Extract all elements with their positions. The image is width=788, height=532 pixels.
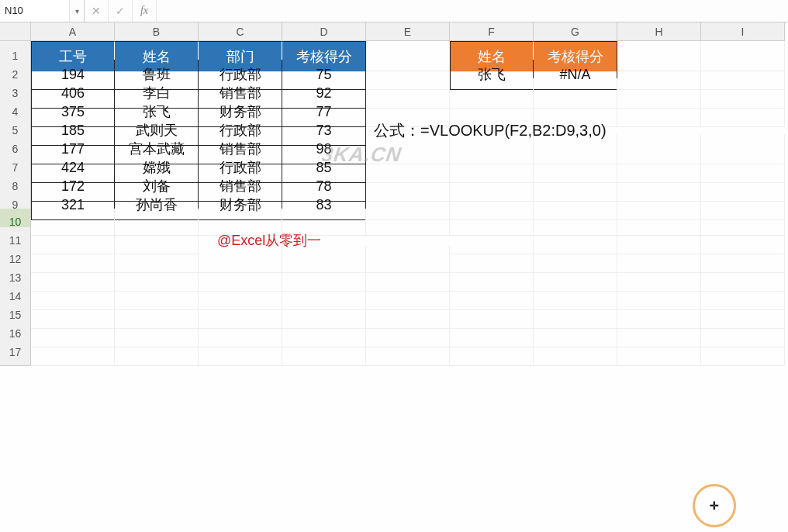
name-box[interactable]: N10 <box>0 0 69 22</box>
name-box-dropdown[interactable]: ▾ <box>69 0 84 22</box>
cell-A17[interactable] <box>31 339 115 366</box>
cell-B17[interactable] <box>115 339 199 366</box>
col-head-D[interactable]: D <box>282 22 366 41</box>
formula-input[interactable] <box>157 0 788 22</box>
fx-label: fx <box>140 5 148 17</box>
col-head-G[interactable]: G <box>534 22 617 41</box>
cell-G17[interactable] <box>534 339 617 366</box>
col-head-A[interactable]: A <box>31 22 115 41</box>
cell-C17[interactable] <box>199 339 282 366</box>
row-head-17[interactable]: 17 <box>0 339 31 366</box>
col-head-B[interactable]: B <box>115 22 199 41</box>
cursor-plus-icon: ✛ <box>710 499 719 512</box>
formula-bar: N10 ▾ ✕ ✓ fx <box>0 0 788 22</box>
cell-E17[interactable] <box>366 339 450 366</box>
cell-I17[interactable] <box>701 339 785 366</box>
col-head-E[interactable]: E <box>366 22 450 41</box>
fx-button[interactable]: fx <box>133 0 157 22</box>
cell-F17[interactable] <box>450 339 534 366</box>
col-head-F[interactable]: F <box>450 22 534 41</box>
cancel-formula-button[interactable]: ✕ <box>85 0 109 22</box>
cell-H17[interactable] <box>617 339 701 366</box>
name-box-container: N10 ▾ <box>0 0 85 22</box>
spreadsheet-grid[interactable]: A B C D E F G H I 1 工号 姓名 部门 考核得分 姓名 考核得… <box>0 22 788 358</box>
select-all-corner[interactable] <box>0 22 31 41</box>
col-head-I[interactable]: I <box>701 22 785 41</box>
cursor-highlight-icon: ✛ <box>693 484 736 527</box>
cell-D17[interactable] <box>282 339 366 366</box>
accept-formula-button[interactable]: ✓ <box>109 0 133 22</box>
col-head-H[interactable]: H <box>617 22 701 41</box>
col-head-C[interactable]: C <box>199 22 282 41</box>
